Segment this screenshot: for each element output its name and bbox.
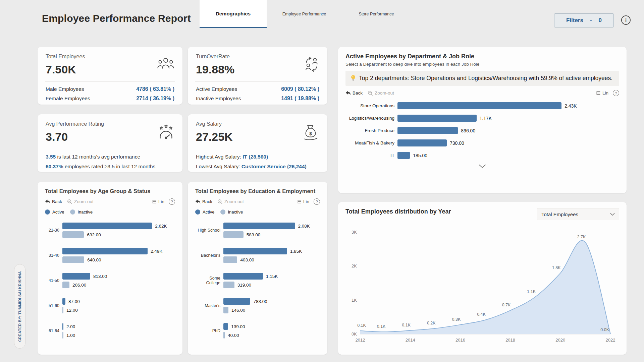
bar[interactable] — [397, 102, 561, 109]
scale-toggle[interactable]: Lin — [596, 90, 608, 96]
card-value: 3.70 — [46, 130, 174, 143]
bar[interactable] — [223, 256, 237, 263]
bar-line-inactive: 583.00 — [223, 231, 320, 239]
dropdown-value: Total Employees — [541, 212, 578, 217]
back-label: Back — [202, 199, 212, 204]
bar-value-label: 206.00 — [72, 283, 86, 288]
expand-chevron-icon[interactable] — [345, 164, 619, 170]
bar-value-label: 319.00 — [237, 283, 251, 288]
bar-group: Master's783.00146.00 — [195, 297, 320, 315]
kpi-row-label: Active Employees — [196, 86, 237, 92]
bar[interactable] — [397, 115, 477, 122]
help-icon[interactable]: ? — [613, 90, 619, 96]
bar[interactable] — [223, 231, 244, 238]
insight-banner: Top 2 departments: Store Operations and … — [345, 71, 619, 86]
back-button[interactable]: Back — [45, 199, 62, 204]
panel-education-chart: Total Employees by Education & Employmen… — [188, 182, 327, 355]
bar-value-label: 40.00 — [228, 333, 239, 338]
note-text: employees rated ≥3.5 in last 12 months — [63, 164, 156, 169]
panel-title: Total Employees by Age Group & Status — [45, 188, 175, 194]
help-glyph: ? — [316, 200, 318, 204]
bar[interactable] — [62, 273, 90, 280]
info-icon[interactable]: i — [621, 15, 631, 25]
bar[interactable] — [223, 282, 234, 288]
chart-legend: Active Inactive — [45, 209, 175, 215]
bar-line-inactive: 1.00 — [62, 331, 175, 339]
bar[interactable] — [62, 256, 84, 263]
zoom-out-label: Zoom-out — [375, 90, 394, 96]
back-label: Back — [52, 199, 62, 204]
bar[interactable] — [223, 332, 225, 339]
bar-row: Fresh Produce896.00 — [345, 126, 619, 135]
bar-value-label: 813.00 — [93, 274, 107, 279]
bar-value-label: 1.17K — [480, 116, 492, 121]
bar[interactable] — [62, 231, 84, 238]
dashboard-page: Employee Performance Report Demographics… — [0, 0, 644, 362]
filters-label: Filters — [566, 17, 583, 24]
y-tick-label: 3K — [352, 230, 357, 235]
bar[interactable] — [62, 248, 148, 254]
note-line: 60.37% employees rated ≥3.5 in last 12 m… — [46, 162, 174, 171]
bar-category-label: Some College — [195, 276, 223, 285]
data-point-label: 0.0K — [600, 327, 609, 332]
legend-item-active[interactable]: Active — [195, 209, 214, 215]
bar[interactable] — [223, 273, 263, 280]
page-title: Employee Performance Report — [42, 13, 191, 24]
legend-item-active[interactable]: Active — [45, 209, 64, 215]
y-tick-label: 2K — [352, 263, 357, 268]
bar[interactable] — [223, 298, 250, 305]
zoom-out-button[interactable]: Zoom-out — [368, 90, 394, 96]
note-text: Lowest Avg Salary: — [196, 164, 241, 169]
bar[interactable] — [62, 307, 63, 313]
bar-line-active: 1.15K — [223, 272, 320, 280]
bar-value-label: 139.00 — [231, 324, 245, 329]
legend-label: Active — [203, 209, 214, 215]
filters-button[interactable]: Filters - 0 — [554, 13, 614, 27]
measure-dropdown[interactable]: Total Employees — [537, 208, 619, 220]
bar[interactable] — [62, 223, 152, 229]
bar[interactable] — [62, 282, 69, 288]
bar[interactable] — [62, 332, 63, 339]
back-button[interactable]: Back — [195, 199, 212, 204]
scale-label: Lin — [158, 199, 164, 204]
kpi-row: Active Employees 6009 ( 80.12% ) — [196, 84, 319, 94]
tab-store-performance[interactable]: Store Performance — [346, 0, 407, 28]
data-point-label: 0.1K — [402, 323, 411, 327]
help-icon[interactable]: ? — [169, 198, 175, 205]
tab-demographics[interactable]: Demographics — [200, 0, 267, 28]
data-point-label: 0.7K — [502, 303, 511, 307]
bar-value-label: 2.62K — [155, 224, 167, 229]
back-button[interactable]: Back — [345, 90, 363, 96]
zoom-out-button[interactable]: Zoom-out — [217, 199, 244, 204]
legend-item-inactive[interactable]: Inactive — [70, 209, 93, 215]
bar[interactable] — [397, 152, 410, 159]
scale-toggle[interactable]: Lin — [152, 199, 164, 204]
x-tick-label: 2016 — [455, 338, 465, 343]
bar[interactable] — [62, 323, 63, 330]
bar-line-active: 1.85K — [223, 247, 320, 255]
bar-row: Meat/Fish & Bakery730.00 — [345, 139, 619, 147]
info-glyph: i — [625, 17, 627, 23]
bar[interactable] — [62, 298, 65, 305]
bar-category-label: Fresh Produce — [345, 128, 397, 133]
bar[interactable] — [397, 139, 447, 146]
bar[interactable] — [223, 223, 295, 229]
bar[interactable] — [223, 323, 228, 330]
scale-toggle[interactable]: Lin — [297, 199, 309, 204]
card-title: Avg Salary — [196, 121, 319, 127]
bar-value-label: 640.00 — [87, 257, 101, 262]
legend-item-inactive[interactable]: Inactive — [220, 209, 243, 215]
zoom-out-button[interactable]: Zoom-out — [67, 199, 94, 204]
bar-value-label: 1.15K — [266, 274, 278, 279]
bar-category-label: Meat/Fish & Bakery — [345, 140, 397, 145]
bar[interactable] — [223, 248, 287, 254]
education-bar-chart: High School2.08K583.00Bachelor's1.85K403… — [195, 221, 320, 340]
data-point-label: 1.8K — [552, 265, 561, 270]
tab-employee-performance[interactable]: Employee Performance — [272, 0, 336, 28]
bar-value-label: 146.00 — [231, 308, 245, 313]
help-glyph: ? — [171, 200, 173, 204]
help-icon[interactable]: ? — [314, 198, 320, 205]
bar[interactable] — [397, 127, 458, 134]
bar[interactable] — [223, 307, 228, 313]
chevron-down-icon — [610, 213, 615, 216]
